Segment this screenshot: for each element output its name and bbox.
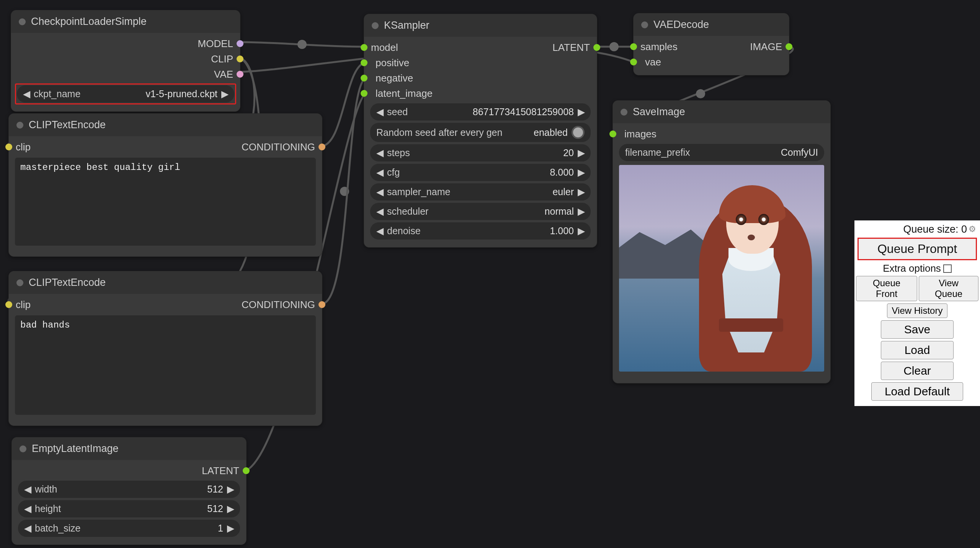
denoise-widget[interactable]: ◀denoise1.000▶ (370, 222, 591, 240)
input-port-clip[interactable] (5, 144, 12, 150)
toggle-icon[interactable] (572, 126, 585, 139)
svg-point-3 (696, 89, 705, 98)
extra-options-row[interactable]: Extra options (856, 261, 978, 276)
node-graph-canvas[interactable]: CheckpointLoaderSimple MODEL CLIP VAE ◀ … (0, 0, 980, 548)
queue-front-button[interactable]: Queue Front (856, 276, 917, 301)
collapse-dot-icon[interactable] (372, 22, 379, 29)
load-default-button[interactable]: Load Default (871, 382, 963, 401)
node-header[interactable]: CLIPTextEncode (9, 114, 322, 136)
input-port-latent[interactable] (361, 90, 368, 97)
random-seed-toggle[interactable]: Random seed after every genenabled (370, 123, 591, 142)
next-arrow-icon[interactable]: ▶ (227, 484, 234, 495)
output-port-clip[interactable] (237, 55, 243, 62)
cfg-widget[interactable]: ◀cfg8.000▶ (370, 164, 591, 181)
input-label: model (371, 42, 398, 54)
node-save-image[interactable]: SaveImage images filename_prefix ComfyUI (612, 100, 831, 383)
collapse-dot-icon[interactable] (16, 122, 23, 129)
input-port-images[interactable] (609, 130, 616, 137)
input-port-model[interactable] (361, 44, 368, 51)
prev-arrow-icon[interactable]: ◀ (376, 167, 383, 178)
output-port-image[interactable] (786, 43, 792, 50)
input-label: negative (376, 72, 413, 84)
next-arrow-icon[interactable]: ▶ (227, 523, 234, 534)
prev-arrow-icon[interactable]: ◀ (376, 147, 383, 158)
width-widget[interactable]: ◀width512▶ (18, 481, 240, 498)
clear-button[interactable]: Clear (881, 362, 954, 380)
prev-arrow-icon[interactable]: ◀ (376, 106, 383, 117)
next-arrow-icon[interactable]: ▶ (578, 206, 585, 217)
svg-point-1 (340, 187, 349, 196)
input-label: vae (645, 56, 661, 68)
extra-options-checkbox[interactable] (943, 264, 952, 273)
batch-size-widget[interactable]: ◀batch_size1▶ (18, 520, 240, 537)
collapse-dot-icon[interactable] (19, 18, 26, 25)
output-label: MODEL (198, 38, 233, 50)
view-history-button[interactable]: View History (887, 303, 948, 318)
svg-point-0 (297, 40, 307, 49)
output-port-vae[interactable] (237, 71, 243, 78)
output-port-conditioning[interactable] (318, 301, 325, 308)
highlighted-widget: ◀ ckpt_name v1-5-pruned.ckpt ▶ (15, 83, 236, 104)
collapse-dot-icon[interactable] (16, 279, 23, 286)
next-arrow-icon[interactable]: ▶ (221, 88, 228, 99)
input-port-negative[interactable] (361, 75, 368, 82)
prev-arrow-icon[interactable]: ◀ (24, 503, 31, 514)
prompt-textbox[interactable]: masterpiece best quality girl (15, 158, 316, 246)
load-button[interactable]: Load (881, 341, 954, 359)
output-port-latent[interactable] (243, 467, 250, 474)
sampler-name-widget[interactable]: ◀sampler_nameeuler▶ (370, 183, 591, 201)
node-checkpoint-loader[interactable]: CheckpointLoaderSimple MODEL CLIP VAE ◀ … (11, 10, 240, 112)
collapse-dot-icon[interactable] (621, 109, 627, 116)
filename-prefix-widget[interactable]: filename_prefix ComfyUI (619, 144, 824, 161)
next-arrow-icon[interactable]: ▶ (578, 225, 585, 236)
output-label: VAE (214, 68, 233, 80)
node-clip-text-encode-positive[interactable]: CLIPTextEncode clip CONDITIONING masterp… (8, 113, 322, 257)
next-arrow-icon[interactable]: ▶ (578, 167, 585, 178)
node-header[interactable]: SaveImage (613, 101, 830, 123)
input-port-clip[interactable] (5, 301, 12, 308)
output-port-latent[interactable] (593, 44, 600, 51)
seed-widget[interactable]: ◀seed8671773415081259008▶ (370, 103, 591, 121)
next-arrow-icon[interactable]: ▶ (578, 106, 585, 117)
prev-arrow-icon[interactable]: ◀ (376, 206, 383, 217)
prev-arrow-icon[interactable]: ◀ (24, 484, 31, 495)
input-port-samples[interactable] (630, 43, 637, 50)
next-arrow-icon[interactable]: ▶ (578, 186, 585, 197)
prompt-textbox[interactable]: bad hands (15, 315, 316, 415)
node-header[interactable]: CLIPTextEncode (9, 271, 322, 294)
node-header[interactable]: EmptyLatentImage (12, 437, 246, 460)
prev-arrow-icon[interactable]: ◀ (376, 225, 383, 236)
prev-arrow-icon[interactable]: ◀ (23, 88, 30, 99)
node-clip-text-encode-negative[interactable]: CLIPTextEncode clip CONDITIONING bad han… (8, 271, 322, 426)
gear-icon[interactable]: ⚙ (969, 224, 976, 234)
collapse-dot-icon[interactable] (20, 445, 26, 452)
next-arrow-icon[interactable]: ▶ (227, 503, 234, 514)
prev-arrow-icon[interactable]: ◀ (24, 523, 31, 534)
queue-prompt-button[interactable]: Queue Prompt (858, 238, 977, 260)
node-ksampler[interactable]: KSampler model LATENT positive negative … (364, 14, 597, 248)
input-label: clip (16, 141, 31, 153)
output-port-model[interactable] (237, 40, 243, 47)
steps-widget[interactable]: ◀steps20▶ (370, 144, 591, 161)
node-empty-latent-image[interactable]: EmptyLatentImage LATENT ◀width512▶ ◀heig… (11, 437, 247, 545)
save-button[interactable]: Save (881, 320, 954, 339)
node-header[interactable]: VAEDecode (634, 13, 789, 36)
node-title: SaveImage (633, 106, 685, 118)
ckpt-name-selector[interactable]: ◀ ckpt_name v1-5-pruned.ckpt ▶ (17, 85, 234, 103)
node-header[interactable]: CheckpointLoaderSimple (11, 10, 240, 33)
output-image-preview[interactable] (619, 165, 824, 372)
output-port-conditioning[interactable] (318, 144, 325, 150)
input-port-vae[interactable] (630, 59, 637, 65)
collapse-dot-icon[interactable] (641, 21, 648, 28)
output-label: IMAGE (750, 41, 782, 53)
node-title: VAEDecode (653, 19, 709, 31)
control-panel[interactable]: Queue size: 0 ⚙ Queue Prompt Extra optio… (854, 220, 980, 406)
node-header[interactable]: KSampler (364, 14, 597, 37)
prev-arrow-icon[interactable]: ◀ (376, 186, 383, 197)
height-widget[interactable]: ◀height512▶ (18, 500, 240, 517)
next-arrow-icon[interactable]: ▶ (578, 147, 585, 158)
view-queue-button[interactable]: View Queue (919, 276, 978, 301)
input-port-positive[interactable] (361, 59, 368, 66)
node-vae-decode[interactable]: VAEDecode samples IMAGE vae (633, 13, 789, 75)
scheduler-widget[interactable]: ◀schedulernormal▶ (370, 203, 591, 220)
